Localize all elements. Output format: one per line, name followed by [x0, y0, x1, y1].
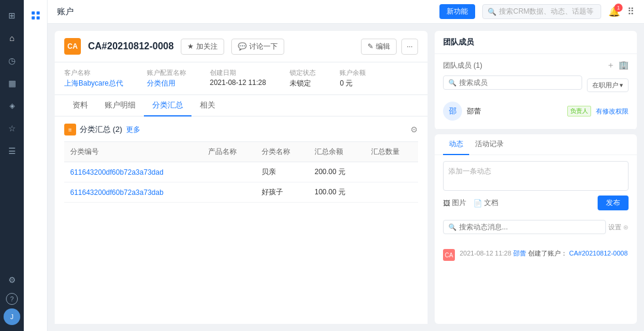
member-tag: 负责人	[567, 106, 591, 116]
col-product: 产品名称	[202, 142, 255, 162]
home-icon[interactable]: ⌂	[2, 29, 21, 48]
list-icon[interactable]: ☰	[2, 141, 21, 160]
search-box: 🔍 搜索CRM数据、动态、话题等	[482, 4, 601, 19]
comment-button[interactable]: 💬 讨论一下	[231, 39, 284, 55]
cell-id[interactable]: 611643200df60b72a3a73dab	[64, 182, 202, 203]
nav-crm-icon[interactable]	[26, 6, 45, 25]
main-content: 账户 新功能 🔍 搜索CRM数据、动态、话题等 🔔 1 ⠿ CA	[48, 0, 644, 331]
apps-grid-icon[interactable]: ⠿	[627, 6, 634, 17]
add-member-icon[interactable]: ＋	[607, 60, 615, 71]
search-icon: 🔍	[448, 79, 457, 87]
meta-assign: 账户配置名称 分类信用	[147, 68, 186, 89]
activity-search-row: 🔍 设置 ⊙	[443, 215, 629, 239]
action-btns: ✎ 编辑 ···	[361, 39, 418, 55]
activity-search-input[interactable]	[459, 223, 601, 231]
settings-label[interactable]: 设置 ⊙	[608, 223, 629, 232]
tab-summary[interactable]: 分类汇总	[144, 95, 191, 116]
more-link[interactable]: 更多	[126, 125, 140, 135]
cell-product	[202, 162, 255, 182]
add-from-org-icon[interactable]: 🏢	[618, 60, 629, 71]
doc-button[interactable]: 📄 文档	[473, 198, 498, 208]
member-permission[interactable]: 有修改权限	[596, 107, 629, 116]
activity-body: 添加一条动态 🖼 图片 📄 文档	[435, 155, 637, 272]
date-label: 创建日期	[210, 68, 266, 77]
team-card-title: 团队成员	[435, 31, 637, 54]
activity-time: 2021-08-12 11:28	[460, 250, 513, 257]
top-header: 账户 新功能 🔍 搜索CRM数据、动态、话题等 🔔 1 ⠿	[48, 0, 644, 24]
comment-placeholder: 添加一条动态	[448, 167, 491, 175]
search-icon: 🔍	[488, 8, 497, 16]
activity-action: 创建了账户：	[528, 250, 569, 257]
chevron-down-icon: ▾	[620, 81, 623, 89]
bell-container: 🔔 1	[608, 6, 620, 17]
tab-activity-log[interactable]: 活动记录	[469, 134, 510, 155]
team-search-input[interactable]	[459, 78, 577, 87]
team-section-title: 团队成员 (1)	[443, 61, 482, 71]
cell-id[interactable]: 611643200df60b72a3a73dad	[64, 162, 202, 182]
cell-qty	[365, 182, 418, 203]
activity-card: 动态 活动记录 添加一条动态 🖼 图片	[435, 134, 637, 324]
section-title-text: 分类汇总 (2)	[80, 124, 122, 135]
assign-value[interactable]: 分类信用	[147, 78, 186, 89]
team-filter[interactable]: 在职用户 ▾	[587, 78, 629, 92]
member-row: 邵 邵蕾 负责人 有修改权限	[443, 99, 629, 123]
new-button[interactable]: 新功能	[439, 4, 475, 19]
help-icon[interactable]: ?	[6, 293, 18, 305]
client-name-label: 客户名称	[64, 68, 123, 77]
activity-search[interactable]: 🔍	[443, 220, 606, 234]
tab-related[interactable]: 相关	[191, 95, 224, 116]
more-button[interactable]: ···	[401, 39, 418, 55]
publish-button[interactable]: 发布	[598, 196, 629, 210]
client-name-value[interactable]: 上海Babycare总代	[64, 78, 123, 89]
activity-footer: 🖼 图片 📄 文档 发布	[443, 196, 629, 210]
bell-badge: 1	[614, 4, 623, 12]
chart-icon[interactable]: ▦	[2, 74, 21, 93]
activity-list: CA 2021-08-12 11:28 邵蕾 创建了账户： CA#2021081…	[443, 244, 629, 266]
activity-item-text: 2021-08-12 11:28 邵蕾 创建了账户： CA#20210812-0…	[460, 248, 628, 259]
svg-rect-2	[32, 17, 34, 20]
amount-label: 账户余额	[340, 68, 366, 77]
settings-icon[interactable]: ⚙	[2, 270, 21, 289]
svg-rect-3	[36, 17, 39, 20]
cell-category: 贝亲	[256, 162, 309, 182]
tab-detail[interactable]: 账户明细	[96, 95, 144, 116]
team-section: 团队成员 (1) ＋ 🏢 🔍 在职用户 ▾	[435, 54, 637, 130]
left-panel: CA CA#20210812-0008 ★ 加关注 💬 讨论一下 ✎	[48, 24, 435, 331]
record-header: CA CA#20210812-0008 ★ 加关注 💬 讨论一下 ✎	[55, 31, 428, 62]
svg-rect-0	[32, 11, 34, 14]
sub-content: ≡ 分类汇总 (2) 更多 ⚙ 分类编号 产品名称 分类名称 汇总余额 汇总数量	[55, 116, 428, 324]
svg-rect-1	[36, 11, 39, 14]
footer-left: 🖼 图片 📄 文档	[443, 198, 498, 208]
cell-product	[202, 182, 255, 203]
section-header: ≡ 分类汇总 (2) 更多 ⚙	[64, 124, 418, 135]
team-search[interactable]: 🔍	[443, 75, 582, 90]
edit-icon: ✎	[367, 42, 373, 51]
edit-button[interactable]: ✎ 编辑	[361, 39, 397, 55]
cell-qty	[365, 162, 418, 182]
right-panel: 团队成员 团队成员 (1) ＋ 🏢 🔍	[435, 31, 637, 324]
activity-user[interactable]: 邵蕾	[513, 250, 526, 257]
team-section-header: 团队成员 (1) ＋ 🏢	[443, 60, 629, 71]
comment-area[interactable]: 添加一条动态	[443, 161, 629, 191]
tab-info[interactable]: 资料	[64, 95, 96, 116]
col-id: 分类编号	[64, 142, 202, 162]
record-title-area: CA CA#20210812-0008 ★ 加关注 💬 讨论一下	[64, 38, 284, 55]
gear-icon[interactable]: ⚙	[410, 125, 418, 134]
record-id: CA#20210812-0008	[88, 41, 174, 52]
lock-label: 锁定状态	[290, 68, 316, 77]
star-icon[interactable]: ☆	[2, 119, 21, 138]
follow-icon: ★	[187, 42, 194, 51]
breadcrumb: 账户	[57, 7, 74, 17]
tab-activity[interactable]: 动态	[443, 134, 469, 155]
follow-button[interactable]: ★ 加关注	[181, 39, 224, 55]
grid-menu-icon[interactable]: ⊞	[2, 6, 21, 25]
activity-tabs: 动态 活动记录	[435, 134, 637, 155]
activity-link[interactable]: CA#20210812-0008	[569, 250, 627, 257]
content-area: CA CA#20210812-0008 ★ 加关注 💬 讨论一下 ✎	[48, 24, 644, 331]
clock-icon[interactable]: ◷	[2, 51, 21, 70]
user-avatar[interactable]: J	[4, 308, 20, 325]
photo-button[interactable]: 🖼 图片	[443, 198, 466, 208]
meta-date: 创建日期 2021-08-12 11:28	[210, 68, 266, 89]
col-category: 分类名称	[256, 142, 309, 162]
tag-icon[interactable]: ◈	[2, 96, 21, 115]
